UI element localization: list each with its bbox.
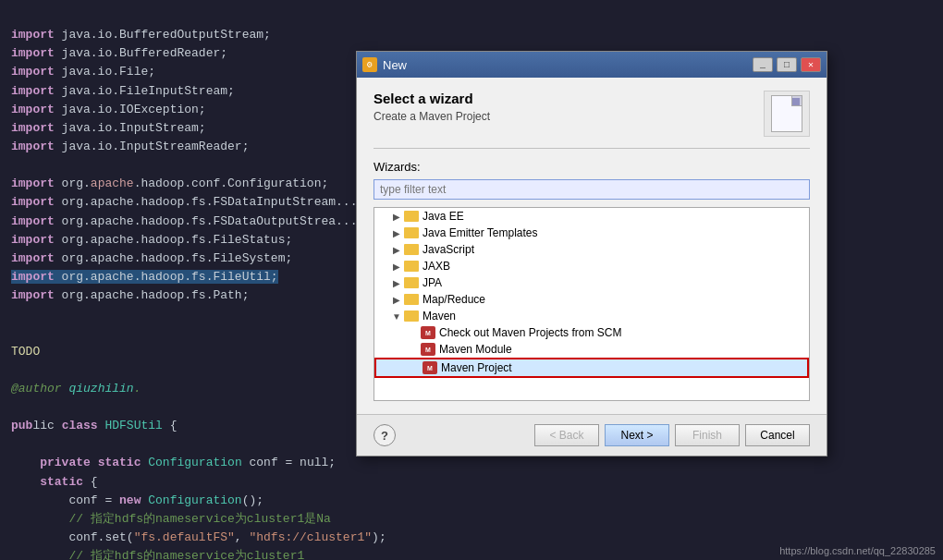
- dialog-title-left: ⚙ New: [362, 57, 407, 72]
- watermark: https://blog.csdn.net/qq_22830285: [779, 545, 936, 556]
- next-button[interactable]: Next >: [605, 424, 669, 446]
- expand-icon: ▶: [391, 227, 402, 238]
- finish-button[interactable]: Finish: [675, 424, 740, 446]
- expand-icon: ▼: [391, 310, 402, 322]
- help-button[interactable]: ?: [374, 424, 396, 446]
- tree-item-label: Check out Maven Projects from SCM: [439, 326, 621, 339]
- expand-icon: ▶: [391, 261, 402, 272]
- expand-icon: ▶: [391, 277, 402, 288]
- maximize-button[interactable]: □: [777, 57, 797, 72]
- cancel-button[interactable]: Cancel: [745, 424, 810, 446]
- divider: [374, 148, 810, 149]
- filter-input[interactable]: [374, 179, 810, 200]
- tree-item-mapreduce[interactable]: ▶ Map/Reduce: [374, 291, 809, 308]
- tree-item-label: Java EE: [423, 210, 464, 223]
- footer-buttons: < Back Next > Finish Cancel: [534, 424, 810, 446]
- expand-icon: ▶: [391, 211, 402, 222]
- new-wizard-dialog: ⚙ New _ □ ✕ Select a wizard Create a Mav…: [356, 51, 827, 457]
- wizard-icon-inner: [771, 95, 802, 132]
- minimize-button[interactable]: _: [753, 57, 773, 72]
- tree-item-label: Maven Module: [439, 343, 512, 356]
- dialog-footer: ? < Back Next > Finish Cancel: [357, 414, 827, 456]
- tree-item-label: JavaScript: [423, 243, 474, 256]
- tree-item-label: JPA: [423, 276, 442, 289]
- tree-item-label: Java Emitter Templates: [423, 226, 538, 239]
- tree-item-maven-project[interactable]: ▶ M Maven Project: [374, 358, 809, 378]
- tree-item-javascript[interactable]: ▶ JavaScript: [374, 241, 809, 258]
- tree-item-maven-folder[interactable]: ▼ Maven: [374, 308, 809, 324]
- expand-icon: ▶: [391, 294, 402, 305]
- tree-item-label: Maven Project: [441, 361, 512, 374]
- tree-item-jaxb[interactable]: ▶ JAXB: [374, 258, 809, 274]
- tree-item-jpa[interactable]: ▶ JPA: [374, 274, 809, 291]
- dialog-title-text: New: [383, 58, 407, 72]
- wizard-icon-corner: [792, 98, 800, 105]
- wizards-label: Wizards:: [374, 160, 810, 174]
- tree-item-checkout-maven[interactable]: ▶ M Check out Maven Projects from SCM: [374, 324, 809, 341]
- close-button[interactable]: ✕: [801, 57, 821, 72]
- dialog-heading: Select a wizard: [374, 91, 490, 106]
- wizard-icon: [764, 91, 810, 137]
- back-button[interactable]: < Back: [534, 424, 599, 446]
- dialog-controls: _ □ ✕: [753, 57, 821, 72]
- dialog-header-text: Select a wizard Create a Maven Project: [374, 91, 490, 123]
- dialog-title-icon: ⚙: [362, 57, 377, 72]
- dialog-header: Select a wizard Create a Maven Project: [374, 91, 810, 137]
- dialog-content: Select a wizard Create a Maven Project W…: [357, 78, 827, 414]
- tree-item-java-ee[interactable]: ▶ Java EE: [374, 208, 809, 225]
- dialog-titlebar: ⚙ New _ □ ✕: [357, 52, 827, 78]
- dialog-subheading: Create a Maven Project: [374, 110, 490, 123]
- tree-item-label: Map/Reduce: [423, 293, 485, 306]
- tree-item-label: JAXB: [423, 260, 450, 273]
- tree-item-label: Maven: [423, 310, 456, 323]
- expand-icon: ▶: [391, 244, 402, 255]
- tree-item-maven-module[interactable]: ▶ M Maven Module: [374, 341, 809, 358]
- tree-item-java-emitter[interactable]: ▶ Java Emitter Templates: [374, 225, 809, 241]
- dialog-overlay: ⚙ New _ □ ✕ Select a wizard Create a Mav…: [0, 0, 943, 560]
- wizard-tree[interactable]: ▶ Java EE ▶ Java Emitter Templates ▶ Jav…: [374, 207, 810, 401]
